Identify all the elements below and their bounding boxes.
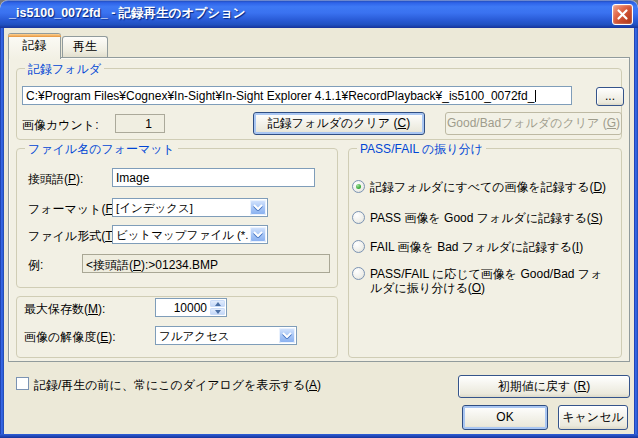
max-save-count-value: 10000 <box>174 301 207 315</box>
example-label: 例: <box>28 258 43 272</box>
record-playback-options-dialog: _is5100_0072fd_ - 記録再生のオプション 記録 再生 記録フォル… <box>0 0 638 438</box>
filename-format-group-title: ファイル名のフォーマット <box>25 141 178 158</box>
radio-pass-to-good-folder[interactable]: PASS 画像を Good フォルダに記録する(S) <box>352 211 614 225</box>
image-resolution-value: フルアクセス <box>159 329 277 344</box>
text-cursor <box>535 90 536 102</box>
image-count-label: 画像カウント: <box>22 118 98 132</box>
radio-button-icon <box>352 180 365 193</box>
prefix-input[interactable] <box>112 168 315 187</box>
window-frame-bottom <box>0 434 638 438</box>
spin-down-icon[interactable] <box>210 308 225 315</box>
radio-record-all-images[interactable]: 記録フォルダにすべての画像を記録する(D) <box>352 180 614 194</box>
radio-button-icon <box>352 267 365 280</box>
tab-playback-label: 再生 <box>73 39 97 53</box>
radio-label: 記録フォルダにすべての画像を記録する(D) <box>370 180 606 194</box>
always-show-checkbox[interactable] <box>16 377 29 390</box>
tab-playback[interactable]: 再生 <box>62 36 108 57</box>
radio-button-icon <box>352 211 365 224</box>
cancel-button[interactable]: キャンセル <box>558 405 628 430</box>
filetype-dropdown[interactable]: ビットマップファイル (*.bmp) <box>112 225 268 244</box>
radio-label: PASS 画像を Good フォルダに記録する(S) <box>370 211 603 225</box>
pass-fail-group-title: PASS/FAIL の振り分け <box>357 141 486 158</box>
chevron-down-icon[interactable] <box>250 200 266 215</box>
window-title: _is5100_0072fd_ - 記録再生のオプション <box>9 0 246 27</box>
window-frame-left <box>0 28 4 438</box>
radio-button-icon <box>352 240 365 253</box>
always-show-checkbox-label[interactable]: 記録/再生の前に、常にこのダイアログを表示する(A) <box>34 378 321 392</box>
radio-sort-by-pass-fail[interactable]: PASS/FAIL に応じて画像を Good/Bad フォルダに振り分ける(O) <box>352 267 614 295</box>
image-count-value: 1 <box>115 114 165 133</box>
chevron-down-icon[interactable] <box>279 328 295 343</box>
max-save-count-label: 最大保存数(M): <box>24 302 105 316</box>
ok-button[interactable]: OK <box>462 405 548 430</box>
browse-folder-button[interactable]: ... <box>596 87 624 106</box>
chevron-down-icon[interactable] <box>250 227 266 242</box>
image-resolution-dropdown[interactable]: フルアクセス <box>155 326 297 345</box>
clear-record-folder-button[interactable]: 記録フォルダのクリア (C) <box>253 112 425 135</box>
window-frame-right <box>634 28 638 438</box>
reset-defaults-button[interactable]: 初期値に戻す (R) <box>458 375 630 398</box>
tab-record-label: 記録 <box>23 38 47 52</box>
clear-good-bad-folder-button[interactable]: Good/Badフォルダのクリア (G) <box>445 112 622 135</box>
spin-up-icon[interactable] <box>210 300 225 307</box>
record-folder-path-value: C:¥Program Files¥Cognex¥In-Sight¥In-Sigh… <box>26 89 534 103</box>
max-save-count-stepper[interactable]: 10000 <box>155 298 227 317</box>
format-label: フォーマット(F): <box>28 202 120 216</box>
format-value: [インデックス] <box>116 201 248 216</box>
title-bar[interactable]: _is5100_0072fd_ - 記録再生のオプション <box>0 0 638 28</box>
image-resolution-label: 画像の解像度(E): <box>24 330 116 344</box>
filetype-value: ビットマップファイル (*.bmp) <box>116 228 248 243</box>
prefix-label: 接頭語(P): <box>28 172 83 186</box>
example-value: <接頭語(P):>01234.BMP <box>82 254 330 273</box>
radio-label: PASS/FAIL に応じて画像を Good/Bad フォルダに振り分ける(O) <box>370 267 614 295</box>
filetype-label: ファイル形式(T): <box>28 229 120 243</box>
record-folder-path-input[interactable]: C:¥Program Files¥Cognex¥In-Sight¥In-Sigh… <box>22 86 572 105</box>
close-button[interactable] <box>612 4 633 25</box>
radio-label: FAIL 画像を Bad フォルダに記録する(I) <box>370 240 583 254</box>
close-icon <box>616 8 629 21</box>
radio-fail-to-bad-folder[interactable]: FAIL 画像を Bad フォルダに記録する(I) <box>352 240 614 254</box>
format-dropdown[interactable]: [インデックス] <box>112 198 268 217</box>
tab-record[interactable]: 記録 <box>8 33 61 59</box>
record-folder-group-title: 記録フォルダ <box>25 61 104 78</box>
